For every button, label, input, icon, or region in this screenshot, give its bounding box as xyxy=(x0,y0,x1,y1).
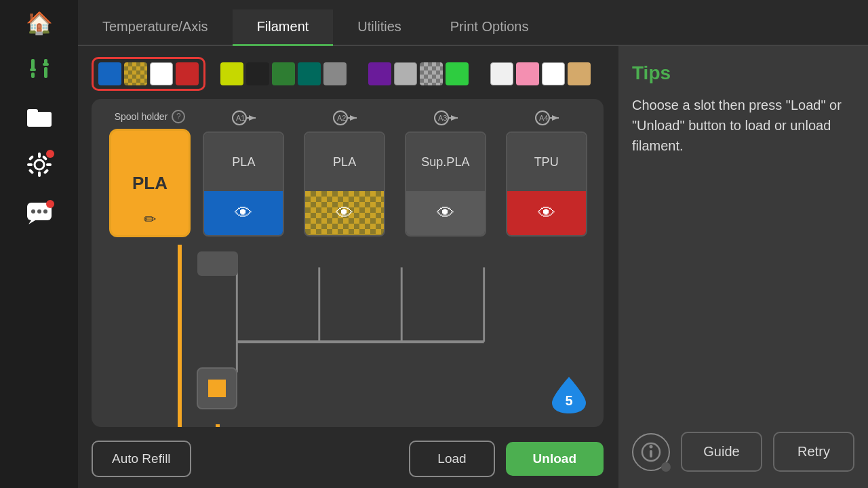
swatch-bright-green[interactable] xyxy=(446,62,469,85)
retry-button[interactable]: Retry xyxy=(773,432,854,472)
swatch-tan[interactable] xyxy=(568,62,591,85)
extruder xyxy=(197,367,237,409)
slot-a1-material: PLA xyxy=(204,133,283,191)
svg-rect-1 xyxy=(31,73,35,78)
svg-rect-46 xyxy=(650,450,652,458)
swatch-green[interactable] xyxy=(272,62,295,85)
right-panel: Tips Choose a slot then press "Load" or … xyxy=(617,46,868,488)
slot-a4-color[interactable]: 👁 xyxy=(507,191,586,235)
svg-rect-3 xyxy=(44,67,47,78)
svg-text:A4: A4 xyxy=(539,114,548,122)
swatch-purple[interactable] xyxy=(368,62,391,85)
slot-a4-material: TPU xyxy=(507,133,586,191)
slot-a3-eye-icon: 👁 xyxy=(437,203,454,224)
slot-a3-material: Sup.PLA xyxy=(406,133,485,191)
swatch-light-gray2[interactable] xyxy=(394,62,417,85)
main-panel: Temperature/Axis Filament Utilities Prin… xyxy=(78,0,868,488)
slot-a2-color[interactable]: 👁 xyxy=(305,191,384,235)
spool-help-icon[interactable]: ? xyxy=(172,110,185,123)
swatch-row xyxy=(92,57,604,91)
svg-rect-7 xyxy=(27,109,38,115)
slot-a3-color[interactable]: 👁 xyxy=(406,191,485,235)
slot-a3-label: A3 xyxy=(433,110,458,126)
svg-text:5: 5 xyxy=(565,393,572,408)
swatch-light-gray[interactable] xyxy=(323,62,347,85)
slot-a4[interactable]: A4 TPU 👁 xyxy=(506,110,587,237)
slot-a4-card[interactable]: TPU 👁 xyxy=(506,131,587,237)
home-icon[interactable]: 🏠 xyxy=(26,10,53,36)
svg-point-19 xyxy=(37,209,41,214)
svg-text:A3: A3 xyxy=(438,114,447,122)
svg-rect-12 xyxy=(46,163,52,166)
svg-rect-11 xyxy=(27,163,33,166)
svg-point-18 xyxy=(31,209,35,214)
slot-a1[interactable]: A1 PLA 👁 xyxy=(203,110,284,237)
svg-rect-4 xyxy=(30,68,36,71)
swatch-blue[interactable] xyxy=(98,62,121,85)
tab-print-options[interactable]: Print Options xyxy=(426,9,553,46)
sidebar: 🏠 xyxy=(0,0,78,488)
swatch-white3[interactable] xyxy=(542,62,565,85)
slot-a4-label: A4 xyxy=(534,110,559,126)
spool-edit-icon[interactable]: ✏ xyxy=(144,211,156,228)
svg-point-8 xyxy=(35,160,44,169)
slots-row: A1 PLA 👁 xyxy=(197,110,593,237)
slot-a4-eye-icon: 👁 xyxy=(538,203,555,224)
swatch-yellow-green[interactable] xyxy=(220,62,243,85)
tips-text: Choose a slot then press "Load" or "Unlo… xyxy=(632,95,854,156)
swatch-group-4[interactable] xyxy=(484,57,597,91)
chat-badge xyxy=(46,200,54,208)
swatch-group-2[interactable] xyxy=(214,57,353,91)
svg-point-20 xyxy=(43,209,47,214)
content-area: Spool holder ? PLA ✏ xyxy=(78,46,868,488)
spool-holder-label: Spool holder ? xyxy=(115,110,186,123)
settings-icon[interactable] xyxy=(27,152,52,182)
swatch-dark-gray[interactable] xyxy=(246,62,269,85)
auto-refill-button[interactable]: Auto Refill xyxy=(92,441,191,477)
slot-a3-card[interactable]: Sup.PLA 👁 xyxy=(405,131,486,237)
slot-a1-card[interactable]: PLA 👁 xyxy=(203,131,284,237)
swatch-group-3[interactable] xyxy=(361,57,475,91)
slot-a2[interactable]: A2 PLA 👁 xyxy=(304,110,385,237)
swatch-white2[interactable] xyxy=(490,62,513,85)
svg-rect-14 xyxy=(43,169,48,174)
svg-rect-0 xyxy=(31,59,35,70)
swatch-pink[interactable] xyxy=(516,62,539,85)
swatch-red[interactable] xyxy=(176,62,199,85)
svg-marker-21 xyxy=(28,220,35,224)
load-button[interactable]: Load xyxy=(409,441,494,477)
slot-a2-material: PLA xyxy=(305,133,384,191)
tips-title: Tips xyxy=(632,62,854,84)
bottom-buttons: Auto Refill Load Unload xyxy=(92,441,604,477)
guide-button[interactable]: Guide xyxy=(681,432,762,472)
swatch-group-1[interactable] xyxy=(92,57,205,91)
tab-utilities[interactable]: Utilities xyxy=(333,9,425,46)
slot-a3[interactable]: A3 Sup.PLA 👁 xyxy=(405,110,486,237)
swatch-teal[interactable] xyxy=(298,62,321,85)
folder-icon[interactable] xyxy=(27,106,52,132)
tips-footer: Guide Retry xyxy=(632,421,854,472)
svg-rect-13 xyxy=(28,155,33,161)
chat-icon[interactable] xyxy=(27,203,52,230)
swatch-white[interactable] xyxy=(150,62,173,85)
tuning-icon[interactable] xyxy=(27,56,52,86)
svg-point-45 xyxy=(650,445,653,448)
slot-a2-label: A2 xyxy=(332,110,357,126)
spool-holder: Spool holder ? PLA ✏ xyxy=(102,110,197,416)
swatch-checker[interactable] xyxy=(124,62,147,85)
unload-button[interactable]: Unload xyxy=(506,442,604,476)
slot-a2-card[interactable]: PLA 👁 xyxy=(304,131,385,237)
slot-a1-eye-icon: 👁 xyxy=(235,203,252,224)
connector-hub xyxy=(197,251,238,276)
left-panel: Spool holder ? PLA ✏ xyxy=(78,46,617,488)
swatch-checker2[interactable] xyxy=(420,62,443,85)
svg-text:A1: A1 xyxy=(236,114,245,122)
svg-rect-5 xyxy=(43,63,49,66)
spool-card[interactable]: PLA ✏ xyxy=(109,129,191,237)
filament-area: Spool holder ? PLA ✏ xyxy=(92,99,604,427)
tab-temperature-axis[interactable]: Temperature/Axis xyxy=(78,9,233,46)
slot-a1-color[interactable]: 👁 xyxy=(204,191,283,235)
spool-material-label: PLA xyxy=(132,173,167,194)
settings-badge xyxy=(46,150,54,158)
tab-filament[interactable]: Filament xyxy=(233,9,334,46)
